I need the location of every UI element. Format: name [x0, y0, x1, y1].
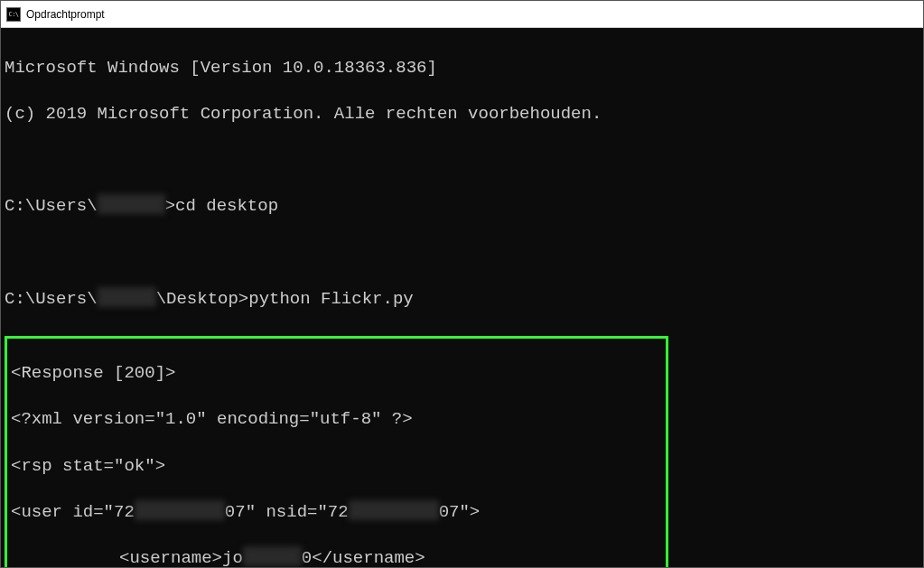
banner-line: Microsoft Windows [Version 10.0.18363.83… [5, 57, 919, 80]
window-title: Opdrachtprompt [26, 8, 105, 21]
blank-line [5, 149, 919, 172]
titlebar[interactable]: C:\ Opdrachtprompt [1, 1, 923, 28]
redacted-nsid [349, 500, 439, 520]
highlighted-output-box: <Response [200]> <?xml version="1.0" enc… [5, 336, 668, 567]
prompt-line: C:\Users\>cd desktop [5, 195, 919, 219]
output-line: <?xml version="1.0" encoding="utf-8" ?> [11, 408, 662, 432]
output-line: <username>jo0</username> [11, 547, 662, 567]
output-line: <rsp stat="ok"> [11, 455, 662, 479]
redacted-id [135, 500, 225, 520]
blank-line [5, 242, 919, 265]
command-prompt-window: C:\ Opdrachtprompt Microsoft Windows [Ve… [0, 0, 924, 568]
console-area[interactable]: Microsoft Windows [Version 10.0.18363.83… [1, 28, 923, 567]
redacted-username [98, 287, 156, 307]
redacted-username [98, 194, 165, 214]
output-line: <user id="7207" nsid="7207"> [11, 501, 662, 525]
banner-line: (c) 2019 Microsoft Corporation. Alle rec… [5, 103, 919, 126]
output-line: <Response [200]> [11, 362, 662, 386]
cmd-icon: C:\ [6, 7, 21, 22]
redacted-username-value [243, 546, 302, 566]
prompt-line: C:\Users\\Desktop>python Flickr.py [5, 288, 919, 312]
